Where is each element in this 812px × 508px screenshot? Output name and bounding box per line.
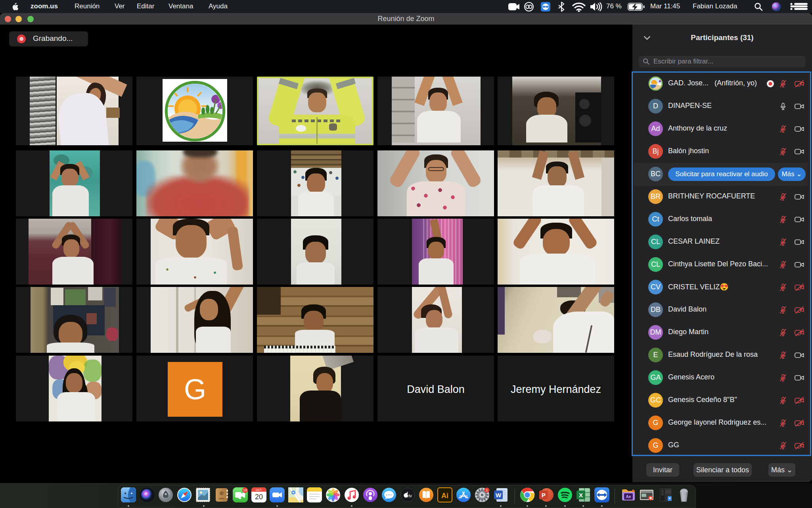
- svg-text:P: P: [542, 492, 546, 498]
- svg-text:Ai: Ai: [441, 492, 448, 500]
- svg-text:tv: tv: [409, 493, 412, 498]
- svg-text:20: 20: [255, 493, 263, 501]
- svg-text:W: W: [496, 492, 502, 498]
- svg-text:Ae: Ae: [626, 495, 631, 499]
- svg-text:19: 19: [243, 488, 247, 492]
- svg-text:OCT.: OCT.: [256, 489, 262, 491]
- svg-text:X: X: [579, 492, 583, 498]
- svg-text:1: 1: [486, 488, 488, 492]
